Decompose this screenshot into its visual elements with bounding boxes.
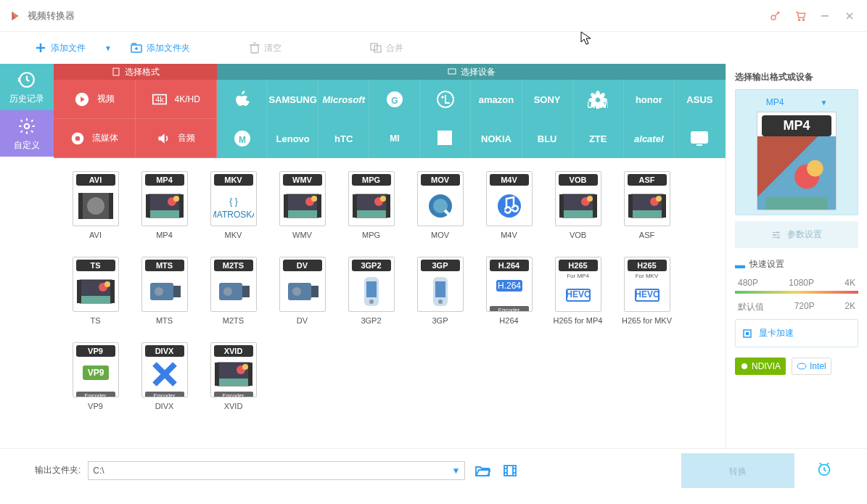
format-label: AVI bbox=[89, 231, 102, 239]
gear-icon bbox=[17, 116, 37, 136]
brand-zte[interactable]: ZTE bbox=[573, 119, 624, 158]
brand-g[interactable]: G bbox=[369, 80, 420, 119]
nvidia-icon bbox=[740, 362, 749, 371]
brand-asus[interactable]: ASUS bbox=[675, 80, 726, 119]
intel-icon bbox=[797, 363, 807, 370]
svg-point-97 bbox=[292, 287, 301, 296]
format-pic bbox=[73, 271, 118, 311]
format-pic bbox=[211, 357, 256, 392]
brand-tv[interactable] bbox=[675, 119, 726, 158]
format-pic bbox=[73, 186, 118, 226]
merge-button[interactable]: 合并 bbox=[370, 42, 403, 54]
gpu-accel-toggle[interactable]: 显卡加速 bbox=[735, 319, 858, 347]
svg-point-73 bbox=[587, 196, 593, 202]
gpu-brands: NDIVIA Intel bbox=[735, 358, 858, 375]
format-mpg[interactable]: MPG MPG bbox=[337, 171, 406, 257]
brand-samsung[interactable]: SAMSUNG bbox=[268, 80, 319, 119]
cat-video[interactable]: 视频 bbox=[54, 80, 136, 119]
brand-mi[interactable]: MI bbox=[369, 119, 420, 158]
format-avi[interactable]: AVI AVI bbox=[61, 171, 130, 257]
svg-text:HEVC: HEVC bbox=[566, 289, 591, 299]
svg-rect-42 bbox=[691, 132, 707, 143]
brand-microsoft[interactable]: Microsoft bbox=[319, 80, 369, 119]
film-button[interactable] bbox=[500, 460, 520, 481]
format-asf[interactable]: ASF ASF bbox=[612, 171, 681, 257]
format-divx[interactable]: DIVX Encoder DIVX bbox=[130, 342, 199, 428]
custom-button[interactable]: 自定义 bbox=[0, 110, 54, 157]
svg-point-45 bbox=[87, 197, 104, 215]
brand-htc[interactable]: hTC bbox=[319, 119, 369, 158]
format-chip: ASF bbox=[628, 174, 667, 186]
format-mp4[interactable]: MP4 MP4 bbox=[130, 171, 199, 257]
format-chip: DIVX bbox=[145, 345, 184, 357]
svg-rect-11 bbox=[251, 45, 258, 53]
clear-button[interactable]: 清空 bbox=[250, 42, 282, 54]
svg-rect-120 bbox=[766, 197, 828, 210]
format-h265-for-mp4[interactable]: H265 For MP4 HEVC Encoder H265 for MP4 bbox=[543, 257, 612, 342]
svg-point-126 bbox=[777, 236, 779, 239]
format-vob[interactable]: VOB VOB bbox=[543, 171, 612, 257]
intel-label: Intel bbox=[810, 361, 826, 371]
intel-badge[interactable]: Intel bbox=[792, 358, 831, 375]
format-wmv[interactable]: WMV WMV bbox=[268, 171, 337, 257]
format-h265-for-mkv[interactable]: H265 For MKV HEVC Encoder H265 for MKV bbox=[612, 257, 681, 342]
format-preview[interactable]: MP4▼ MP4 bbox=[735, 89, 858, 215]
brand-lenovo[interactable]: Lenovo bbox=[268, 119, 319, 158]
brand-blu[interactable]: BLU bbox=[522, 119, 573, 158]
format-h264[interactable]: H.264 H.264 Encoder H264 bbox=[474, 257, 543, 342]
custom-label: 自定义 bbox=[14, 139, 40, 152]
format-3gp[interactable]: 3GP 3GP bbox=[406, 257, 474, 342]
minimize-button[interactable] bbox=[816, 7, 834, 25]
close-button[interactable] bbox=[841, 7, 858, 25]
key-icon[interactable] bbox=[767, 7, 784, 25]
history-button[interactable]: 历史记录 bbox=[0, 64, 54, 110]
brand-sony[interactable]: SONY bbox=[522, 80, 573, 119]
format-dv[interactable]: DV DV bbox=[268, 257, 337, 342]
format-m2ts[interactable]: M2TS M2TS bbox=[199, 257, 268, 342]
format-xvid[interactable]: XVID Encoder XVID bbox=[199, 342, 268, 428]
format-pic: HEVC bbox=[625, 279, 670, 312]
svg-point-50 bbox=[173, 196, 179, 202]
brand-amazon[interactable]: amazon bbox=[471, 80, 522, 119]
format-mts[interactable]: MTS MTS bbox=[130, 257, 199, 342]
resolution-slider[interactable] bbox=[735, 291, 858, 294]
nvidia-label: NDIVIA bbox=[752, 361, 781, 371]
format-m4v[interactable]: M4V M4V bbox=[474, 171, 543, 257]
alarm-button[interactable] bbox=[816, 461, 832, 479]
gpu-label: 显卡加速 bbox=[759, 327, 794, 339]
output-folder-select[interactable]: C:\ ▼ bbox=[88, 461, 465, 480]
brand-nokia[interactable]: NOKIA bbox=[471, 119, 522, 158]
brand-lg[interactable] bbox=[420, 80, 471, 119]
preview-card: MP4 bbox=[757, 112, 837, 210]
format-mkv[interactable]: MKV { }MATROSKA MKV bbox=[199, 171, 268, 257]
add-file-dropdown[interactable]: ▼ bbox=[104, 44, 112, 52]
format-vp9[interactable]: VP9 VP9 Encoder VP9 bbox=[61, 342, 130, 428]
cart-icon[interactable] bbox=[792, 7, 809, 25]
svg-rect-67 bbox=[386, 194, 390, 218]
brand-alcatel[interactable]: alcatel bbox=[624, 119, 675, 158]
params-button[interactable]: 参数设置 bbox=[735, 221, 858, 248]
brand-huawei[interactable]: HUAWEI bbox=[573, 80, 624, 119]
format-chip: DV bbox=[283, 260, 322, 271]
svg-rect-81 bbox=[628, 194, 633, 218]
format-label: DIVX bbox=[155, 402, 174, 410]
add-file-button[interactable]: 添加文件 bbox=[35, 42, 86, 54]
format-mov[interactable]: MOV MOV bbox=[406, 171, 474, 257]
cat-audio[interactable]: 音频 bbox=[136, 119, 218, 158]
format-label: MTS bbox=[156, 316, 173, 325]
nvidia-badge[interactable]: NDIVIA bbox=[735, 358, 786, 375]
format-pic: VP9 bbox=[73, 357, 118, 392]
brand-1+[interactable]: 1+ bbox=[420, 119, 471, 158]
brand-m[interactable]: M bbox=[217, 119, 268, 158]
svg-rect-90 bbox=[173, 286, 181, 297]
brand-apple[interactable] bbox=[217, 80, 268, 119]
cat-stream[interactable]: 流媒体 bbox=[54, 119, 136, 158]
svg-rect-76 bbox=[593, 194, 597, 218]
format-3gp2[interactable]: 3GP2 3GP2 bbox=[337, 257, 406, 342]
cat-fourk[interactable]: 4k4K/HD bbox=[136, 80, 218, 119]
format-ts[interactable]: TS TS bbox=[61, 257, 130, 342]
brand-honor[interactable]: honor bbox=[624, 80, 675, 119]
add-folder-button[interactable]: 添加文件夹 bbox=[131, 42, 190, 54]
convert-button[interactable]: 转换 bbox=[681, 453, 794, 488]
open-folder-button[interactable] bbox=[472, 460, 493, 481]
